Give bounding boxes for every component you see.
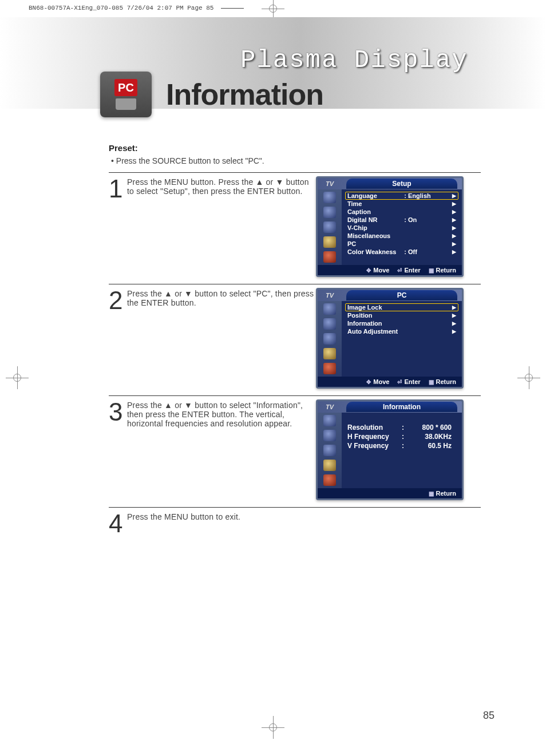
banner-title: Plasma Display (240, 46, 468, 74)
osd-title: Information (346, 402, 457, 412)
osd-icon-picture-icon (323, 318, 336, 330)
preset-heading: Preset: (109, 143, 481, 153)
osd-list: Image Lock ▶ Position ▶ Information ▶ (342, 301, 462, 377)
chevron-right-icon: ▶ (452, 304, 456, 310)
osd-item-misc: Miscellaneous ▶ (345, 232, 458, 240)
chevron-right-icon: ▶ (452, 225, 456, 231)
chevron-right-icon: ▶ (452, 328, 456, 334)
page-number: 85 (483, 710, 494, 722)
osd-item-auto-adjust: Auto Adjustment ▶ (345, 327, 458, 335)
osd-sidebar-icons (318, 301, 342, 377)
content: Preset: • Press the SOURCE button to sel… (109, 143, 481, 541)
osd-footer: ✥Move ⏎Enter ▦Return (318, 377, 462, 387)
pc-badge: PC (100, 72, 152, 117)
enter-icon: ⏎ (397, 267, 402, 274)
osd-sidebar-icons (318, 413, 342, 488)
step-text: Press the MENU button to exit. (127, 511, 316, 541)
osd-item-pc: PC ▶ (345, 240, 458, 248)
return-icon: ▦ (429, 267, 434, 274)
header-banner: Plasma Display PC Information (0, 17, 546, 109)
move-icon: ✥ (366, 267, 371, 274)
step-3: 3 Press the ▲ or ▼ button to select "Inf… (109, 395, 481, 500)
osd-icon-setup-icon (323, 474, 336, 486)
step-text: Press the ▲ or ▼ button to select "Infor… (127, 399, 316, 500)
chevron-right-icon: ▶ (452, 217, 456, 223)
step-screenshot: TV Setup Language : (316, 176, 465, 277)
osd-icon-picture-icon (323, 430, 336, 441)
return-icon: ▦ (429, 490, 434, 497)
info-h-frequency: H Frequency : 38.0KHz (347, 432, 456, 441)
osd-setup: TV Setup Language : (316, 176, 464, 277)
print-header-text: BN68-00757A-X1Eng_070-085 7/26/04 2:07 P… (29, 5, 213, 11)
step-4: 4 Press the MENU button to exit. (109, 507, 481, 541)
osd-icon-input-icon (323, 303, 336, 315)
page-title: Information (166, 77, 323, 112)
osd-info-list: Resolution : 800 * 600 H Frequency : 38.… (342, 413, 462, 488)
crop-mark-right (517, 366, 540, 389)
crop-mark-left (6, 366, 29, 389)
osd-item-position: Position ▶ (345, 311, 458, 319)
step-number: 1 (109, 176, 127, 277)
osd-icon-channel-icon (323, 236, 336, 248)
osd-list: Language : English ▶ Time ▶ Caption (342, 189, 462, 265)
step-1: 1 Press the MENU button. Press the ▲ or … (109, 172, 481, 277)
step-number: 2 (109, 288, 127, 389)
osd-footer: ▦Return (318, 488, 462, 498)
crop-mark-bottom (262, 716, 284, 739)
osd-title: PC (346, 290, 457, 300)
chevron-right-icon: ▶ (452, 312, 456, 318)
osd-icon-channel-icon (323, 348, 336, 359)
chevron-right-icon: ▶ (452, 241, 456, 247)
osd-source-label: TV (318, 180, 342, 187)
osd-icon-channel-icon (323, 460, 336, 471)
preset-note: • Press the SOURCE button to select "PC"… (109, 156, 481, 165)
print-header: BN68-00757A-X1Eng_070-085 7/26/04 2:07 P… (29, 5, 244, 11)
chevron-right-icon: ▶ (452, 249, 456, 255)
osd-footer: ✥Move ⏎Enter ▦Return (318, 265, 462, 275)
osd-icon-setup-icon (323, 251, 336, 263)
osd-item-image-lock: Image Lock ▶ (345, 303, 458, 311)
step-screenshot: TV Information Resolution : (316, 399, 465, 500)
info-v-frequency: V Frequency : 60.5 Hz (347, 441, 456, 450)
step-number: 4 (109, 511, 127, 541)
osd-item-time: Time ▶ (345, 200, 458, 208)
osd-icon-setup-icon (323, 363, 336, 374)
move-icon: ✥ (366, 379, 371, 385)
step-text: Press the MENU button. Press the ▲ or ▼ … (127, 176, 316, 277)
return-icon: ▦ (429, 379, 434, 385)
osd-icon-picture-icon (323, 207, 336, 218)
osd-icon-sound-icon (323, 445, 336, 456)
osd-sidebar-icons (318, 189, 342, 265)
info-resolution: Resolution : 800 * 600 (347, 423, 456, 432)
step-screenshot: TV PC Image Lock ▶ (316, 288, 465, 389)
osd-item-digital-nr: Digital NR : On ▶ (345, 216, 458, 224)
chevron-right-icon: ▶ (452, 201, 456, 207)
osd-icon-sound-icon (323, 221, 336, 233)
osd-source-label: TV (318, 292, 342, 299)
step-text: Press the ▲ or ▼ button to select "PC", … (127, 288, 316, 389)
osd-icon-sound-icon (323, 333, 336, 345)
chevron-right-icon: ▶ (452, 193, 456, 199)
chevron-right-icon: ▶ (452, 233, 456, 239)
chevron-right-icon: ▶ (452, 209, 456, 215)
osd-item-color-weakness: Color Weakness : Off ▶ (345, 248, 458, 256)
osd-pc: TV PC Image Lock ▶ (316, 288, 464, 389)
osd-item-language: Language : English ▶ (345, 192, 458, 200)
print-header-rule (221, 8, 244, 9)
enter-icon: ⏎ (397, 379, 402, 385)
osd-item-vchip: V-Chip ▶ (345, 224, 458, 232)
osd-icon-input-icon (323, 415, 336, 426)
osd-information: TV Information Resolution : (316, 399, 464, 500)
chevron-right-icon: ▶ (452, 320, 456, 326)
osd-icon-input-icon (323, 192, 336, 203)
step-2: 2 Press the ▲ or ▼ button to select "PC"… (109, 284, 481, 389)
osd-title: Setup (346, 179, 457, 189)
step-number: 3 (109, 399, 127, 500)
pc-badge-base-icon (116, 98, 136, 110)
osd-source-label: TV (318, 403, 342, 410)
osd-item-information: Information ▶ (345, 319, 458, 327)
osd-item-caption: Caption ▶ (345, 208, 458, 216)
pc-badge-label: PC (114, 79, 137, 96)
